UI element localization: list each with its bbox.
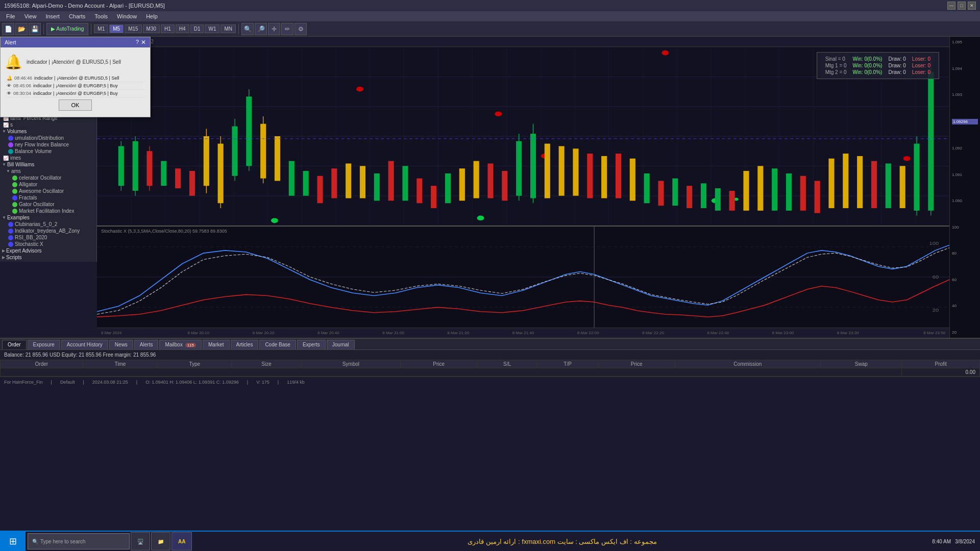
term-tab-mailbox[interactable]: Mailbox 115: [159, 340, 202, 349]
tree-icon: 📈: [2, 156, 9, 161]
arabic-banner: مجموعه : اف ایکس ماکسی : سایت fxmaxi.com…: [192, 538, 932, 545]
app-icon-2: 📁: [158, 539, 164, 544]
tree-item-imes[interactable]: 📈 imes: [0, 155, 96, 161]
term-tab-articles[interactable]: Articles: [231, 340, 259, 349]
tree-item-indikator[interactable]: Indikator_treydera_AB_Zony: [0, 228, 96, 234]
tree-item-mfi2[interactable]: Market Facilitation Index: [0, 208, 96, 214]
color-dot: [12, 202, 17, 207]
folder-arrow-icon: ▼: [2, 129, 6, 134]
tree-item-ao[interactable]: Awesome Oscillator: [0, 188, 96, 194]
new-chart-btn[interactable]: 📄: [2, 23, 14, 35]
svg-rect-61: [601, 156, 607, 198]
folder-arrow-icon: ▼: [6, 169, 10, 173]
tree-item-stoch-x[interactable]: Stochastic X: [0, 241, 96, 247]
candle-chart[interactable]: CLUBINARIAS 5.0 Sinal = 0 Win: 0(0.0%) D…: [97, 47, 949, 226]
term-tab-journal[interactable]: Journal: [327, 340, 355, 349]
term-tab-order[interactable]: Order: [2, 340, 27, 349]
zoom-out-btn[interactable]: 🔎: [255, 23, 267, 35]
settings-btn[interactable]: ⚙: [295, 23, 307, 35]
svg-rect-72: [757, 166, 763, 211]
popup-help-btn[interactable]: ?: [136, 39, 139, 46]
maximize-button[interactable]: □: [958, 2, 966, 10]
col-time: Time: [83, 360, 157, 368]
draw-btn[interactable]: ✏: [281, 23, 293, 35]
menu-window[interactable]: Window: [113, 12, 141, 20]
term-tab-news[interactable]: News: [109, 340, 133, 349]
time-axis: 8 Mar 2024 8 Mar 20:10 8 Mar 20:20 8 Mar…: [97, 328, 949, 338]
tree-item-ams[interactable]: ▼ ams: [0, 168, 96, 174]
taskbar-app-1[interactable]: 🖥️: [131, 532, 150, 550]
tree-item-s[interactable]: 📈 s: [0, 121, 96, 128]
save-btn[interactable]: 💾: [29, 23, 41, 35]
term-tab-experts[interactable]: Experts: [297, 340, 326, 349]
tree-folder-volumes[interactable]: ▼ Volumes: [0, 128, 96, 135]
minimize-button[interactable]: —: [947, 2, 955, 10]
open-btn[interactable]: 📂: [15, 23, 28, 35]
menu-charts[interactable]: Charts: [65, 12, 89, 20]
status-separator3: |: [136, 380, 137, 385]
term-tab-market[interactable]: Market: [203, 340, 230, 349]
crosshair-btn[interactable]: ✛: [268, 23, 280, 35]
toolbar: 📄 📂 💾 ▶ AutoTrading M1 M5 M15 M30 H1 H4 …: [0, 21, 980, 37]
svg-rect-60: [587, 154, 593, 198]
menu-insert[interactable]: Insert: [41, 12, 64, 20]
tf-h4[interactable]: H4: [176, 24, 189, 33]
tree-folder-bill-williams[interactable]: ▼ Bill Williams: [0, 161, 96, 168]
tree-item-mfi[interactable]: ney Flow Index Balance: [0, 141, 96, 148]
ok-button[interactable]: OK: [59, 99, 92, 111]
term-tab-exposure[interactable]: Exposure: [28, 340, 60, 349]
terminal-area: Order Exposure Account History News Aler…: [0, 338, 980, 377]
price-axis: 1.095 1.094 1.093 1.09296 1.092 1.091 1.…: [949, 37, 980, 338]
tf-m5[interactable]: M5: [109, 24, 124, 33]
alert-icon-row: 🔔 indicador | ¡Atención! @ EURUSD,5 | Se…: [5, 52, 146, 74]
search-placeholder: Type here to search: [40, 539, 85, 544]
close-button[interactable]: ✕: [968, 2, 976, 10]
total-profit: 0.00: [902, 368, 980, 377]
term-tab-alerts[interactable]: Alerts: [134, 340, 159, 349]
start-button[interactable]: ⊞: [0, 531, 26, 551]
color-dot: [12, 209, 17, 214]
tree-folder-scripts[interactable]: ▶ Scripts: [0, 254, 96, 261]
window-title: 15965108: Alpari-Demo - Demo Account - A…: [4, 3, 165, 9]
tf-m1[interactable]: M1: [94, 24, 108, 33]
tree-item-rsi-bb[interactable]: RSI_BB_2020: [0, 234, 96, 241]
tree-item-obv[interactable]: Balance Volume: [0, 148, 96, 155]
popup-body: 🔔 indicador | ¡Atención! @ EURUSD,5 | Se…: [1, 47, 150, 117]
autotrade-btn[interactable]: ▶ AutoTrading: [46, 23, 88, 35]
svg-rect-36: [275, 136, 280, 181]
taskbar-app-2[interactable]: 📁: [151, 532, 170, 550]
zoom-in-btn[interactable]: 🔍: [241, 23, 254, 35]
alert-log-item-2: 👁 08:45:06 indicador | ¡Atención! @ EURG…: [5, 82, 146, 90]
menu-tools[interactable]: Tools: [90, 12, 112, 20]
menu-view[interactable]: View: [20, 12, 41, 20]
term-tab-codebase[interactable]: Code Base: [259, 340, 296, 349]
tree-item-accum-dist[interactable]: umulation/Distribution: [0, 135, 96, 141]
tree-item-gator[interactable]: Gator Oscillator: [0, 201, 96, 208]
status-default: Default: [60, 380, 75, 385]
taskbar-mt4[interactable]: AA: [172, 532, 192, 550]
menu-file[interactable]: File: [2, 12, 19, 20]
tree-item-alligator[interactable]: Alligator: [0, 181, 96, 188]
svg-rect-50: [474, 161, 479, 198]
tf-d1[interactable]: D1: [190, 24, 204, 33]
tree-folder-examples[interactable]: ▼ Examples: [0, 214, 96, 221]
tree-item-clubinarias[interactable]: Clubinarias_5_0_2: [0, 221, 96, 228]
tree-item-ac[interactable]: celerator Oscillator: [0, 174, 96, 181]
search-bar[interactable]: 🔍 Type here to search: [28, 533, 130, 549]
tf-mn[interactable]: MN: [220, 24, 236, 33]
tf-m30[interactable]: M30: [143, 24, 160, 33]
status-prices: O: 1.09401 H: 1.09406 L: 1.09391 C: 1.09…: [145, 380, 239, 385]
svg-rect-41: [346, 163, 351, 198]
time-display: 8:40 AM: [932, 539, 951, 544]
tree-folder-experts[interactable]: ▶ Expert Advisors: [0, 247, 96, 254]
popup-close-btn[interactable]: ✕: [141, 39, 146, 46]
tree-item-fractals[interactable]: Fractals: [0, 194, 96, 201]
status-separator4: |: [247, 380, 248, 385]
stats-box: Sinal = 0 Win: 0(0.0%) Draw: 0 Loser: 0 …: [817, 52, 939, 79]
tf-m15[interactable]: M15: [125, 24, 141, 33]
tf-w1[interactable]: W1: [205, 24, 219, 33]
term-tab-account-history[interactable]: Account History: [61, 340, 108, 349]
svg-rect-25: [189, 171, 195, 196]
tf-h1[interactable]: H1: [161, 24, 175, 33]
menu-help[interactable]: Help: [142, 12, 162, 20]
